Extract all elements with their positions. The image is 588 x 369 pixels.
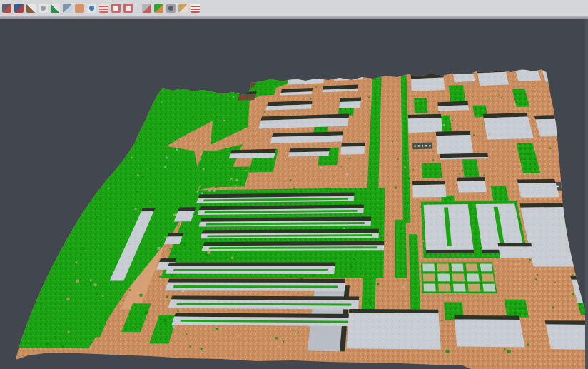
point-speckle — [46, 343, 49, 346]
point-speckle — [527, 343, 529, 345]
point-speckle — [300, 191, 302, 193]
point-speckle — [397, 158, 399, 160]
point-speckle — [392, 141, 393, 143]
plot-cell — [466, 263, 479, 271]
profile-tool-icon[interactable] — [63, 4, 72, 13]
point-speckle — [399, 106, 400, 107]
point-speckle — [147, 168, 148, 169]
point-speckle — [539, 108, 541, 110]
building-shadow-edge — [412, 181, 445, 185]
building-shadow-edge — [168, 279, 345, 283]
building-shadow-edge — [171, 295, 360, 300]
point-speckle — [141, 256, 142, 256]
building-roof — [484, 117, 534, 140]
plot-cell — [482, 274, 495, 282]
point-speckle — [82, 248, 84, 250]
point-speckle — [114, 158, 116, 159]
point-speckle — [420, 207, 421, 208]
terrain-tool-icon[interactable] — [26, 4, 36, 13]
point-speckle — [229, 95, 230, 96]
point-speckle — [355, 258, 357, 259]
point-speckle — [569, 182, 571, 184]
point-speckle — [349, 156, 350, 158]
point-speckle — [234, 133, 235, 134]
classes-tool-icon[interactable] — [154, 4, 163, 13]
point-speckle — [409, 178, 411, 180]
point-speckle — [230, 171, 231, 172]
point-speckle — [315, 146, 316, 147]
point-speckle — [237, 335, 239, 337]
vegetation-patch — [328, 61, 349, 74]
flag-tool-icon[interactable] — [191, 4, 200, 13]
point-speckle — [420, 98, 420, 99]
point-speckle — [188, 276, 190, 278]
point-speckle — [275, 84, 277, 85]
building-shadow-edge — [141, 208, 156, 211]
point-speckle — [264, 111, 265, 113]
point-speckle — [357, 74, 358, 75]
point-speckle — [522, 308, 524, 310]
point-speckle — [263, 216, 264, 218]
point-speckle — [559, 118, 560, 120]
point-speckle — [216, 116, 218, 117]
vegetation-tool-icon[interactable] — [51, 4, 60, 13]
point-speckle — [526, 57, 527, 58]
point-speckle — [535, 278, 537, 280]
point-speckle — [293, 67, 293, 68]
building-roof — [498, 246, 534, 258]
register-tool-icon[interactable] — [14, 4, 24, 13]
point-speckle — [261, 164, 262, 165]
point-speckle — [164, 166, 166, 168]
point-speckle — [578, 155, 579, 156]
3d-viewport[interactable] — [0, 19, 588, 369]
point-speckle — [441, 320, 442, 321]
vegetation-patch — [418, 56, 439, 72]
plot-cell — [438, 284, 451, 292]
point-speckle — [252, 69, 253, 69]
plot-cell — [468, 284, 481, 292]
point-speckle — [223, 120, 225, 121]
point-speckle — [88, 268, 88, 268]
roof-dots — [422, 145, 424, 147]
building-shadow-edge — [349, 309, 439, 313]
point-speckle — [527, 153, 529, 156]
roof-dots — [566, 185, 568, 187]
point-speckle — [447, 271, 449, 273]
point-speckle — [320, 226, 322, 228]
point-speckle — [184, 251, 185, 251]
point-speckle — [164, 237, 166, 238]
point-speckle — [145, 311, 148, 314]
point-speckle — [140, 294, 143, 297]
point-speckle — [203, 86, 203, 86]
point-speckle — [49, 345, 51, 346]
point-speckle — [191, 89, 191, 90]
point-speckle — [80, 255, 81, 256]
point-speckle — [275, 337, 278, 340]
sphere-tool-icon[interactable] — [87, 4, 96, 13]
points-tool-icon[interactable] — [39, 4, 48, 13]
layers-tool-icon[interactable] — [99, 4, 108, 13]
point-speckle — [265, 113, 265, 114]
point-speckle — [197, 191, 198, 192]
crop-tool-icon[interactable] — [142, 4, 151, 13]
point-speckle — [310, 84, 310, 84]
point-speckle — [480, 62, 480, 63]
circle-select-icon[interactable] — [111, 4, 121, 13]
ground-tool-icon[interactable] — [75, 4, 84, 13]
point-speckle — [316, 86, 318, 88]
point-speckle — [567, 111, 569, 112]
point-speckle — [453, 176, 454, 176]
select-tool-icon[interactable] — [2, 4, 11, 13]
camera-tool-icon[interactable] — [166, 4, 176, 13]
point-speckle — [363, 172, 364, 173]
cut-tool-icon[interactable] — [178, 4, 188, 13]
point-speckle — [230, 178, 233, 180]
point-speckle — [208, 251, 211, 254]
rect-select-icon[interactable] — [123, 4, 133, 13]
point-speckle — [293, 179, 294, 180]
greenhouse-stripe — [173, 285, 338, 288]
point-speckle — [353, 258, 355, 260]
point-speckle — [387, 234, 388, 236]
point-speckle — [409, 182, 411, 184]
point-speckle — [131, 141, 133, 143]
